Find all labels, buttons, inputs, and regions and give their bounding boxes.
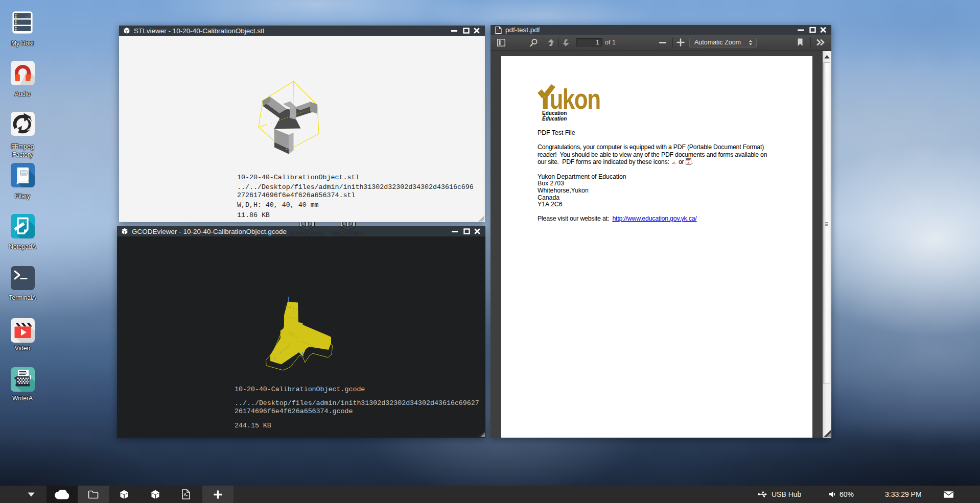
svg-text:ukon: ukon bbox=[550, 83, 600, 109]
